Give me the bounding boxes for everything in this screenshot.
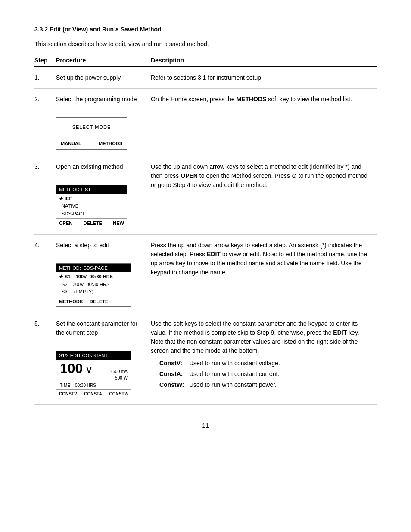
consta-desc: Used to run with constant current.: [189, 370, 279, 377]
constant-w: 500 W: [110, 375, 128, 381]
footer-constw: CONSTW: [109, 391, 128, 397]
col-header-step: Step: [34, 55, 56, 67]
method-list-items: ★ IEF NATIVE SDS-PAGE: [56, 194, 127, 219]
screen-methods-label: METHODS: [99, 140, 122, 147]
step-number: 1.: [34, 67, 56, 89]
footer-delete: DELETE: [90, 298, 108, 305]
table-row: 2. Select the programming mode SELECT MO…: [34, 89, 377, 156]
constant-header: S1/2 EDIT CONSTANT: [56, 351, 131, 360]
screen-constant: S1/2 EDIT CONSTANT 100 V 2500 mA 500 W T…: [56, 351, 131, 399]
table-row: 1. Set up the power supply Refer to sect…: [34, 67, 377, 89]
col-header-description: Description: [151, 55, 377, 67]
step-edit-items: ★ S1 100V 00:30 HRS S2 300V 00:30 HRS S3…: [56, 272, 131, 297]
step-procedure: Select the programming mode SELECT MODE …: [56, 89, 151, 156]
step-procedure: Open an existing method METHOD LIST ★ IE…: [56, 156, 151, 235]
footer-consta: CONSTA: [84, 391, 102, 397]
section-title: 3.3.2 Edit (or View) and Run a Saved Met…: [34, 26, 377, 33]
constant-ma: 2500 mA: [110, 368, 128, 375]
footer-open: OPEN: [59, 220, 72, 227]
screen-step-edit: METHOD: SDS-PAGE ★ S1 100V 00:30 HRS S2 …: [56, 263, 131, 307]
table-row: 5. Set the constant parameter for the cu…: [34, 313, 377, 405]
table-row: 4. Select a step to edit METHOD: SDS-PAG…: [34, 234, 377, 313]
step-edit-item: S3 (EMPTY): [59, 288, 128, 296]
step-edit-item: ★ S1 100V 00:30 HRS: [59, 273, 128, 281]
col-header-procedure: Procedure: [56, 55, 151, 67]
constant-unit: V: [86, 365, 91, 376]
step-number: 5.: [34, 313, 56, 405]
step-edit-header: METHOD: SDS-PAGE: [56, 264, 131, 273]
method-list-item: SDS-PAGE: [59, 210, 124, 218]
constant-time: TIME: 00:30 HRS: [56, 382, 131, 389]
step-procedure: Set the constant parameter for the curre…: [56, 313, 151, 405]
page-number: 11: [34, 422, 377, 429]
step-number: 3.: [34, 156, 56, 235]
constant-footer: CONSTV CONSTA CONSTW: [56, 389, 131, 398]
constant-value: 100: [60, 361, 83, 375]
consta-term: ConstA:: [159, 370, 187, 379]
step-description: Use the up and down arrow keys to select…: [151, 156, 377, 235]
constant-side-values: 2500 mA 500 W: [110, 368, 128, 381]
footer-methods: METHODS: [59, 298, 83, 305]
footer-new: NEW: [113, 220, 124, 227]
step-description: Use the soft keys to select the constant…: [151, 313, 377, 405]
constant-main: 100 V 2500 mA 500 W: [56, 360, 131, 382]
screen-select-mode-title: SELECT MODE: [56, 118, 127, 137]
step-description: Press the up and down arrow keys to sele…: [151, 234, 377, 313]
step-edit-item: S2 300V 00:30 HRS: [59, 281, 128, 289]
step-description: On the Home screen, press the METHODS so…: [151, 89, 377, 156]
method-list-footer: OPEN DELETE NEW: [56, 218, 127, 228]
constw-term: ConstW:: [159, 380, 187, 389]
step-procedure: Select a step to edit METHOD: SDS-PAGE ★…: [56, 234, 151, 313]
step-description: Refer to sections 3.1 for instrument set…: [151, 67, 377, 89]
constv-desc: Used to run with constant voltage.: [189, 360, 280, 367]
footer-delete: DELETE: [84, 220, 102, 227]
constv-term: ConstV:: [159, 359, 187, 368]
step-number: 4.: [34, 234, 56, 313]
step-number: 2.: [34, 89, 56, 156]
screen-select-mode: SELECT MODE MANUAL METHODS: [56, 117, 127, 150]
procedure-table: Step Procedure Description 1. Set up the…: [34, 55, 377, 405]
method-list-header: METHOD LIST: [56, 185, 127, 194]
table-row: 3. Open an existing method METHOD LIST ★…: [34, 156, 377, 235]
step-edit-footer: METHODS DELETE: [56, 297, 131, 306]
section-intro: This section describes how to edit, view…: [34, 40, 377, 47]
footer-constv: CONSTV: [59, 391, 77, 397]
step-procedure: Set up the power supply: [56, 67, 151, 89]
screen-manual-label: MANUAL: [61, 140, 81, 147]
constw-desc: Used to run with constant power.: [189, 381, 277, 388]
method-list-item: ★ IEF: [59, 195, 124, 203]
method-list-item: NATIVE: [59, 202, 124, 210]
screen-method-list: METHOD LIST ★ IEF NATIVE SDS-PAGE OPEN D…: [56, 185, 127, 228]
